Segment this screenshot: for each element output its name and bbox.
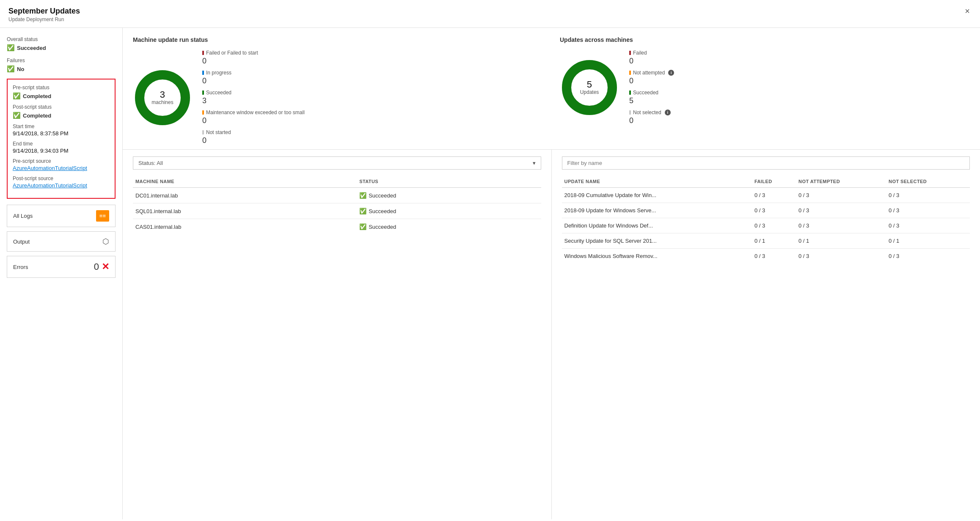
machines-col-status: STATUS: [357, 175, 541, 188]
post-script-text: Completed: [23, 112, 51, 119]
machine-chart-container: 3 machines Failed or Failed to start 0 I…: [133, 50, 543, 145]
start-time-value: 9/14/2018, 8:37:58 PM: [13, 130, 110, 137]
charts-row: Machine update run status 3 machines: [123, 28, 980, 150]
machine-legend: Failed or Failed to start 0 In progress …: [202, 50, 305, 145]
update-failed: 0 / 3: [752, 249, 796, 264]
errors-card[interactable]: Errors 0 ✕: [7, 256, 116, 278]
end-time-row: End time 9/14/2018, 9:34:03 PM: [13, 141, 110, 154]
post-script-label: Post-script status: [13, 104, 110, 110]
update-failed: 0 / 3: [752, 188, 796, 203]
error-x-icon: ✕: [102, 261, 109, 272]
legend-item: Not attemptedi 0: [629, 70, 674, 85]
page-subtitle: Update Deployment Run: [8, 16, 80, 22]
end-time-value: 9/14/2018, 9:34:03 PM: [13, 148, 110, 154]
check-icon-failures: ✅: [7, 65, 15, 73]
svg-point-3: [567, 65, 612, 110]
update-name: Security Update for SQL Server 201...: [562, 233, 752, 249]
legend-label: Not attemptedi: [629, 70, 674, 76]
legend-item: In progress 0: [202, 70, 305, 85]
legend-label: Maintenance window exceeded or too small: [202, 110, 305, 115]
machines-table: MACHINE NAME STATUS DC01.internal.lab ✅ …: [133, 175, 541, 234]
updates-table-section: UPDATE NAMEFAILEDNOT ATTEMPTEDNOT SELECT…: [551, 150, 980, 519]
legend-bar: [202, 71, 204, 75]
updates-chart-container: 5 Updates Failed 0 Not attemptedi 0 Succ…: [560, 50, 970, 125]
output-icon: ⬡: [102, 237, 109, 246]
legend-value: 3: [202, 96, 305, 105]
table-row: Security Update for SQL Server 201... 0 …: [562, 233, 970, 249]
info-icon[interactable]: i: [668, 70, 674, 76]
table-row: DC01.internal.lab ✅ Succeeded: [133, 188, 541, 203]
legend-bar: [202, 90, 204, 95]
table-row: 2018-09 Update for Windows Serve... 0 / …: [562, 203, 970, 218]
end-time-label: End time: [13, 141, 110, 147]
update-name: 2018-09 Update for Windows Serve...: [562, 203, 752, 218]
output-card[interactable]: Output ⬡: [7, 231, 116, 252]
table-row: SQL01.internal.lab ✅ Succeeded: [133, 203, 541, 219]
update-failed: 0 / 3: [752, 203, 796, 218]
page-title: September Updates: [8, 7, 80, 16]
pre-script-source-link[interactable]: AzureAutomationTutorialScript: [13, 165, 110, 171]
machines-col-name: MACHINE NAME: [133, 175, 357, 188]
update-failed: 0 / 1: [752, 233, 796, 249]
legend-item: Succeeded 3: [202, 90, 305, 105]
updates-chart-section: Updates across machines 5 Updates: [560, 36, 970, 145]
all-logs-card[interactable]: All Logs ≡≡: [7, 205, 116, 227]
legend-item: Succeeded 5: [629, 90, 674, 105]
filter-by-name-input[interactable]: [562, 156, 970, 170]
machine-status: ✅ Succeeded: [357, 203, 541, 219]
table-row: CAS01.internal.lab ✅ Succeeded: [133, 219, 541, 235]
failures-value: ✅ No: [7, 65, 116, 73]
post-script-source-link[interactable]: AzureAutomationTutorialScript: [13, 182, 110, 189]
status-text: Succeeded: [369, 208, 396, 214]
legend-label: In progress: [202, 70, 305, 76]
pre-script-text: Completed: [23, 93, 51, 99]
overall-status-value: ✅ Succeeded: [7, 44, 116, 52]
tables-row: Status: All ▾ MACHINE NAME STATUS DC01.i…: [123, 150, 980, 519]
legend-label: Not selectedi: [629, 110, 674, 115]
modal-header: September Updates Update Deployment Run …: [0, 0, 980, 28]
overall-status-label: Overall status: [7, 36, 116, 42]
legend-label: Succeeded: [629, 90, 674, 96]
status-dropdown[interactable]: Status: All ▾: [133, 156, 541, 170]
machine-status: ✅ Succeeded: [357, 219, 541, 235]
machine-chart-title: Machine update run status: [133, 36, 543, 43]
pre-script-source-row: Pre-script source AzureAutomationTutoria…: [13, 158, 110, 171]
update-not-selected: 0 / 3: [886, 249, 970, 264]
legend-item: Not selectedi 0: [629, 110, 674, 125]
post-script-source-label: Post-script source: [13, 175, 110, 181]
legend-value: 0: [202, 77, 305, 85]
updates-table-col: FAILED: [752, 175, 796, 188]
pre-script-status-section: Pre-script status ✅ Completed: [13, 85, 110, 100]
update-not-selected: 0 / 3: [886, 218, 970, 233]
pre-script-value: ✅ Completed: [13, 92, 110, 100]
update-not-selected: 0 / 1: [886, 233, 970, 249]
machine-name: DC01.internal.lab: [133, 188, 357, 203]
update-not-attempted: 0 / 3: [796, 188, 886, 203]
legend-value: 0: [629, 116, 674, 125]
update-name: Definition Update for Windows Def...: [562, 218, 752, 233]
check-icon: ✅: [359, 192, 366, 199]
updates-table-col: NOT ATTEMPTED: [796, 175, 886, 188]
info-icon[interactable]: i: [665, 110, 671, 115]
legend-bar: [629, 51, 631, 55]
update-not-selected: 0 / 3: [886, 203, 970, 218]
all-logs-label: All Logs: [13, 213, 33, 219]
status-text: Succeeded: [369, 224, 396, 230]
legend-bar: [629, 110, 631, 115]
updates-table-col: UPDATE NAME: [562, 175, 752, 188]
check-icon: ✅: [7, 44, 15, 52]
update-not-selected: 0 / 3: [886, 188, 970, 203]
updates-donut: 5 Updates: [560, 58, 619, 117]
machine-name: SQL01.internal.lab: [133, 203, 357, 219]
legend-item: Failed or Failed to start 0: [202, 50, 305, 66]
start-time-row: Start time 9/14/2018, 8:37:58 PM: [13, 123, 110, 137]
check-icon: ✅: [359, 208, 366, 214]
close-button[interactable]: ×: [963, 7, 972, 15]
errors-label: Errors: [13, 264, 28, 270]
legend-bar: [202, 51, 204, 55]
table-row: Windows Malicious Software Remov... 0 / …: [562, 249, 970, 264]
updates-chart-title: Updates across machines: [560, 36, 970, 43]
status-text: Succeeded: [369, 192, 396, 199]
legend-bar: [629, 71, 631, 75]
legend-label: Failed or Failed to start: [202, 50, 305, 56]
